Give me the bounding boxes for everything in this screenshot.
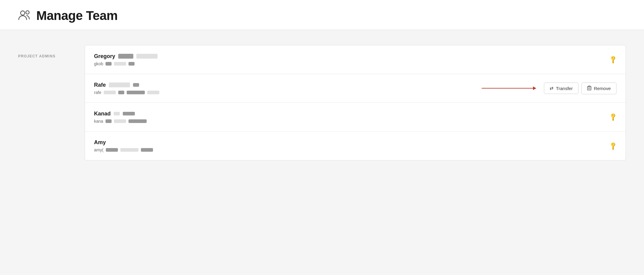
redacted-blob [104,91,116,94]
table-row: Amy amy( 🔑 [85,131,626,160]
redacted-blob [114,119,126,123]
members-list: Gregory gkob 🔑 [85,45,626,160]
redacted-blob [141,148,153,152]
redacted-blob [114,62,126,66]
redacted-blob [118,91,124,94]
member-username: rafe [94,90,101,95]
redacted-blob [127,91,145,94]
member-info-amy: Amy amy( [94,139,153,152]
member-username-row: kana [94,119,147,124]
redacted-blob [147,91,159,94]
arrow-indicator [482,88,536,89]
member-name: Amy [94,139,106,146]
team-icon [18,9,31,22]
member-username: amy( [94,147,103,152]
svg-rect-2 [587,87,591,90]
redacted-blob [106,119,112,123]
member-info-gregory: Gregory gkob [94,53,158,66]
table-row: Rafe rafe [85,74,626,103]
redacted-blob [128,62,135,66]
section-label: PROJECT ADMINS [18,45,67,58]
remove-button[interactable]: Remove [581,82,616,94]
member-name-row: Amy [94,139,153,146]
page-wrapper: Manage Team PROJECT ADMINS Gregory gkob [0,0,644,275]
member-actions-amy: 🔑 [610,143,616,149]
member-name-row: Kanad [94,111,147,117]
content-area: PROJECT ADMINS Gregory gkob [0,30,644,173]
redacted-blob [120,148,138,152]
member-username-row: gkob [94,61,158,66]
remove-label: Remove [594,86,611,91]
transfer-label: Transfer [556,86,573,91]
redacted-blob [123,112,135,115]
member-actions-gregory: 🔑 [610,56,616,63]
redacted-blob [128,119,147,123]
transfer-button[interactable]: ⇄ Transfer [544,82,578,94]
member-username-row: amy( [94,147,153,152]
key-icon[interactable]: 🔑 [608,141,618,150]
page-title: Manage Team [36,8,118,23]
redacted-blob [106,62,112,66]
key-icon[interactable]: 🔑 [608,112,618,121]
member-actions-kanad: 🔑 [610,114,616,120]
redacted-blob [109,82,130,87]
member-actions-rafe: ⇄ Transfer Remove [482,82,616,94]
table-row: Kanad kana 🔑 [85,103,626,131]
svg-point-1 [26,11,29,14]
member-name: Rafe [94,82,106,88]
member-info-kanad: Kanad kana [94,111,147,124]
svg-point-0 [21,11,25,15]
member-name: Kanad [94,111,111,117]
redacted-blob [114,112,120,115]
member-name-row: Gregory [94,53,158,60]
page-header: Manage Team [0,0,644,30]
redacted-blob [118,54,133,59]
redacted-blob [106,148,118,152]
member-name-row: Rafe [94,82,159,88]
member-info-rafe: Rafe rafe [94,82,159,95]
member-username: kana [94,119,103,124]
member-username: gkob [94,61,103,66]
member-name: Gregory [94,53,115,60]
table-row: Gregory gkob 🔑 [85,45,626,74]
transfer-icon: ⇄ [550,86,554,91]
arrow-line [482,88,536,89]
redacted-blob [133,83,139,87]
trash-icon [587,86,591,91]
member-username-row: rafe [94,90,159,95]
key-icon[interactable]: 🔑 [608,55,618,64]
redacted-blob [136,54,158,59]
